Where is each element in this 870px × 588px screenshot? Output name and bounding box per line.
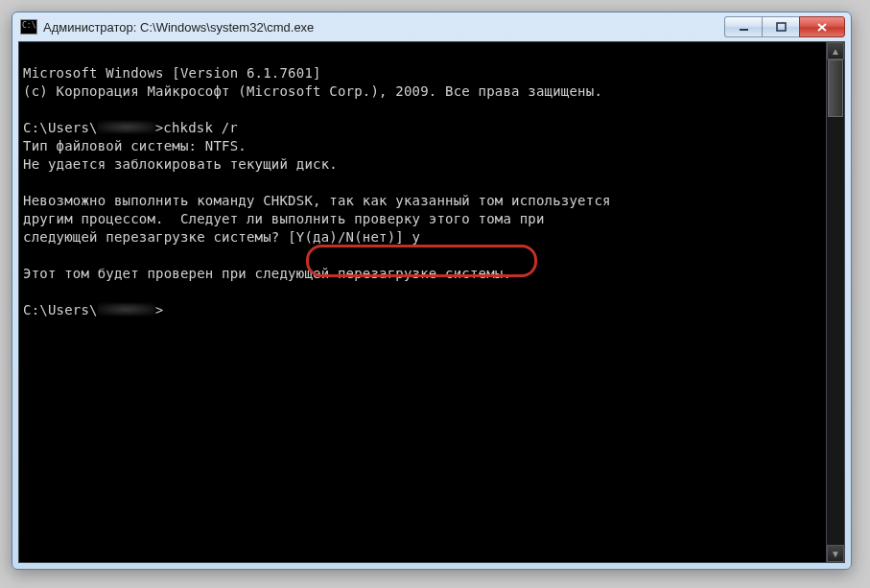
close-button[interactable] <box>799 16 845 37</box>
line-msg2: другим процессом. Следует ли выполнить п… <box>23 211 545 226</box>
window-controls <box>725 16 845 37</box>
minimize-button[interactable] <box>724 16 763 37</box>
line-fs: Тип файловой системы: NTFS. <box>23 138 247 153</box>
close-icon <box>816 22 828 33</box>
line-msg3: следующей перезагрузке системы? [Y(да)/N… <box>23 229 420 245</box>
line-prompt2: C:\Users\> <box>23 302 163 318</box>
cmd-icon <box>20 19 37 35</box>
line-copyright: (c) Корпорация Майкрософт (Microsoft Cor… <box>23 83 602 99</box>
prompt1-command: >chkdsk /r <box>155 120 238 135</box>
minimize-icon <box>739 22 749 33</box>
username-redacted <box>98 121 155 133</box>
username-redacted-2 <box>98 303 155 316</box>
line-version: Microsoft Windows [Version 6.1.7601] <box>23 65 321 81</box>
msg3-answer: [Y(да)/N(нет)] y <box>288 229 420 245</box>
scrollbar-track[interactable] <box>827 59 844 545</box>
prompt2-prefix: C:\Users\ <box>23 302 98 318</box>
window-title: Администратор: C:\Windows\system32\cmd.e… <box>43 20 719 35</box>
line-lock: Не удается заблокировать текущий диск. <box>23 156 338 172</box>
line-prompt1: C:\Users\>chkdsk /r <box>23 120 238 135</box>
msg3-question: следующей перезагрузке системы? <box>23 229 288 245</box>
vertical-scrollbar[interactable]: ▲ ▼ <box>826 42 844 562</box>
titlebar[interactable]: Администратор: C:\Windows\system32\cmd.e… <box>12 12 851 41</box>
scrollbar-thumb[interactable] <box>828 59 843 117</box>
terminal-client-area: Microsoft Windows [Version 6.1.7601] (c)… <box>18 41 845 563</box>
highlight-callout <box>306 245 537 277</box>
svg-rect-0 <box>740 29 748 31</box>
maximize-button[interactable] <box>762 16 800 37</box>
prompt1-prefix: C:\Users\ <box>23 120 98 135</box>
terminal-output[interactable]: Microsoft Windows [Version 6.1.7601] (c)… <box>19 42 844 341</box>
prompt2-suffix: > <box>155 302 164 318</box>
maximize-icon <box>776 22 787 33</box>
cmd-window: Администратор: C:\Windows\system32\cmd.e… <box>12 12 852 570</box>
line-msg1: Невозможно выполнить команду CHKDSK, так… <box>23 193 611 208</box>
svg-rect-1 <box>777 23 786 31</box>
scrollbar-down-button[interactable]: ▼ <box>827 545 844 562</box>
scrollbar-up-button[interactable]: ▲ <box>827 42 844 59</box>
